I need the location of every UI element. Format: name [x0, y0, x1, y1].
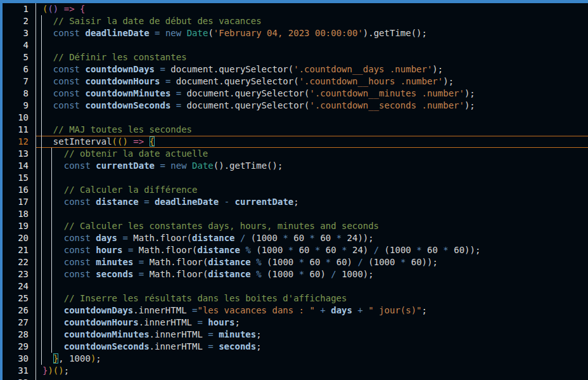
indent-guide: [41, 136, 42, 148]
code-line[interactable]: const deadlineDate = new Date('February …: [36, 27, 588, 39]
code-line[interactable]: const currentDate = new Date().getTime()…: [36, 160, 588, 172]
code-line-row: 24: [3, 280, 588, 292]
indent-guide: [41, 112, 42, 124]
code-line[interactable]: [36, 172, 588, 184]
code-token: [229, 197, 234, 207]
code-token: [214, 329, 219, 339]
code-token: ;: [234, 317, 240, 327]
code-line[interactable]: [36, 280, 588, 292]
code-line[interactable]: countdownDays.innerHTML ="les vacances d…: [36, 305, 588, 317]
code-line-row: 25 // Inserre les résultats dans les boi…: [3, 292, 588, 305]
code-line-row: 2 // Saisir la date de début des vacance…: [3, 15, 588, 27]
code-token: 24): [347, 245, 374, 255]
code-line[interactable]: // Définir les constantes: [36, 51, 588, 63]
code-token: {: [80, 4, 85, 14]
code-token: '.countdown__seconds .number': [309, 100, 464, 110]
code-line[interactable]: }, 1000);: [36, 353, 588, 365]
code-line[interactable]: // Saisir la date de début des vacances: [36, 15, 588, 27]
code-token: )(): [48, 365, 63, 376]
code-line[interactable]: // MAJ toutes les secondes: [36, 124, 588, 136]
code-line[interactable]: countdownHours.innerHTML = hours;: [36, 317, 588, 329]
code-line-row: 19 // Calculer les constantes days, hour…: [3, 220, 588, 232]
code-token: days: [331, 305, 352, 315]
indent-guide: [51, 208, 52, 220]
indent-guide: [51, 317, 52, 329]
line-number: 14: [3, 160, 36, 172]
indent-guide: [51, 148, 52, 160]
code-line[interactable]: const countdownSeconds = document.queryS…: [36, 100, 588, 112]
code-token: 60: [315, 233, 336, 243]
code-token: /: [331, 269, 336, 279]
code-line[interactable]: [36, 39, 588, 51]
code-token: %: [245, 245, 250, 255]
code-line[interactable]: (() => {: [36, 3, 588, 15]
editor-body[interactable]: 1(() => {2 // Saisir la date de début de…: [3, 3, 588, 380]
code-token: [144, 136, 149, 147]
indent-guide: [51, 160, 52, 172]
code-token: const: [53, 76, 80, 86]
line-number: 25: [3, 292, 36, 305]
code-line[interactable]: [36, 112, 588, 124]
indent-guide: [41, 100, 42, 112]
code-line[interactable]: // Calculer la différence: [36, 184, 588, 196]
code-token: ;: [256, 341, 261, 351]
code-token: [42, 269, 64, 279]
code-token: // obtenir la date actuelle: [64, 148, 208, 159]
code-line[interactable]: const seconds = Math.floor(distance % (1…: [36, 268, 588, 280]
code-token: distance: [192, 233, 234, 243]
code-token: *: [299, 269, 304, 279]
code-line[interactable]: const countdownDays = document.querySele…: [36, 63, 588, 75]
code-line[interactable]: countdownMinutes.innerHTML = minutes;: [36, 329, 588, 341]
code-line-row: 9 const countdownSeconds = document.quer…: [3, 100, 588, 112]
code-token: =: [160, 64, 165, 74]
code-line[interactable]: [36, 208, 588, 220]
code-token: const: [64, 257, 91, 267]
matched-bracket: {: [150, 136, 155, 147]
code-line-row: 7 const countdownHours = document.queryS…: [3, 75, 588, 88]
code-token: const: [53, 28, 80, 38]
line-number: 22: [3, 256, 36, 268]
code-line-row: 1(() => {: [3, 3, 588, 15]
code-token: [160, 28, 165, 38]
code-token: (1000: [262, 257, 299, 267]
indent-guide: [41, 172, 42, 184]
line-number: 15: [3, 172, 36, 184]
code-line-row: 31})();: [3, 365, 588, 377]
indent-guide: [51, 172, 52, 184]
code-token: 60));: [449, 245, 481, 255]
code-token: hours: [96, 245, 122, 255]
indent-guide: [41, 88, 42, 100]
code-line[interactable]: const days = Math.floor(distance / (1000…: [36, 232, 588, 244]
indent-guide: [51, 244, 52, 256]
code-token: countdownMinutes: [85, 88, 170, 98]
code-line[interactable]: })();: [36, 365, 588, 377]
code-line[interactable]: const minutes = Math.floor(distance % (1…: [36, 256, 588, 268]
code-token: =: [176, 100, 181, 110]
code-line[interactable]: countdownSeconds.innerHTML = seconds;: [36, 341, 588, 353]
code-line[interactable]: // obtenir la date actuelle: [36, 148, 588, 160]
code-token: new: [170, 161, 186, 171]
indent-guide: [41, 75, 42, 88]
code-token: );: [443, 76, 454, 86]
code-line[interactable]: const hours = Math.floor(distance % (100…: [36, 244, 588, 256]
code-token: 60: [320, 245, 342, 255]
line-number: 17: [3, 196, 36, 208]
code-token: Math.floor(: [128, 233, 192, 243]
code-token: hours: [208, 317, 234, 327]
code-token: Date: [192, 161, 214, 171]
line-number: 9: [3, 100, 36, 112]
code-line[interactable]: [36, 377, 588, 380]
code-line[interactable]: const countdownHours = document.querySel…: [36, 75, 588, 88]
code-line[interactable]: // Calculer les constantes days, hours, …: [36, 220, 588, 232]
code-line[interactable]: const countdownMinutes = document.queryS…: [36, 88, 588, 100]
code-token: // Calculer la différence: [64, 185, 198, 195]
code-line[interactable]: const distance = deadlineDate - currentD…: [36, 196, 588, 208]
code-token: =>: [64, 4, 75, 14]
code-token: +: [357, 305, 362, 315]
code-token: *: [443, 245, 448, 255]
code-token: [42, 221, 64, 231]
code-token: minutes: [219, 329, 256, 339]
code-token: [170, 88, 176, 98]
code-line[interactable]: setInterval(() => {: [36, 136, 588, 148]
code-line[interactable]: // Inserre les résultats dans les boites…: [36, 292, 588, 305]
